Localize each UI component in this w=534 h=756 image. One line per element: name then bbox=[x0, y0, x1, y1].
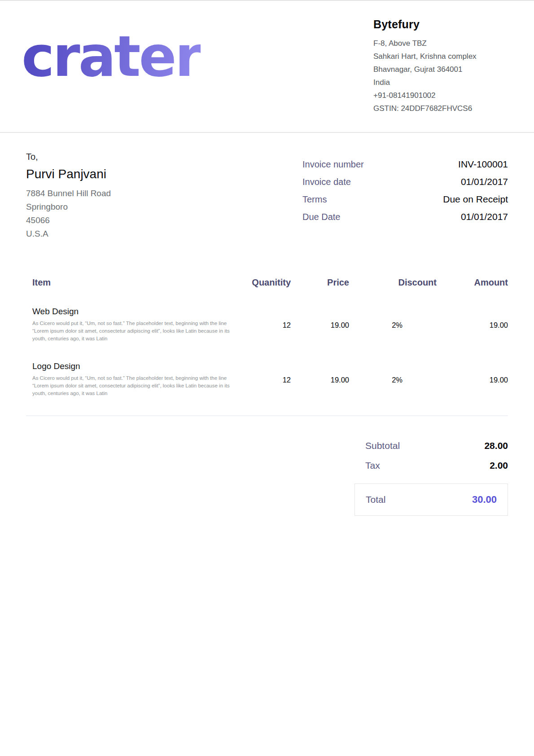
customer-address-line: 7884 Bunnel Hill Road bbox=[26, 187, 111, 200]
item-cell: Logo Design As Cicero would put it, “Um,… bbox=[26, 361, 250, 397]
due-date-value: 01/01/2017 bbox=[461, 211, 508, 222]
company-phone: +91-08141901002 bbox=[373, 89, 508, 102]
customer-address-line: 45066 bbox=[26, 214, 111, 227]
invoice-page: crater Bytefury F-8, Above TBZ Sahkari H… bbox=[0, 0, 534, 756]
table-divider bbox=[26, 415, 508, 416]
billing-section: To, Purvi Panjvani 7884 Bunnel Hill Road… bbox=[0, 133, 534, 241]
item-amount: 19.00 bbox=[437, 307, 508, 343]
meta-row: Due Date 01/01/2017 bbox=[302, 211, 508, 222]
item-quantity: 12 bbox=[250, 307, 291, 343]
customer-address-line: U.S.A bbox=[26, 227, 111, 241]
tax-row: Tax 2.00 bbox=[355, 456, 508, 475]
item-price: 19.00 bbox=[291, 307, 349, 343]
terms-value: Due on Receipt bbox=[443, 194, 508, 205]
company-gstin: GSTIN: 24DDF7682FHVCS6 bbox=[373, 102, 508, 115]
subtotal-label: Subtotal bbox=[365, 440, 400, 451]
column-header-quantity: Quanitity bbox=[250, 277, 291, 288]
subtotal-row: Subtotal 28.00 bbox=[355, 436, 508, 456]
company-address-line: F-8, Above TBZ bbox=[373, 37, 508, 50]
invoice-date-label: Invoice date bbox=[302, 177, 351, 187]
customer-name: Purvi Panjvani bbox=[26, 167, 111, 181]
invoice-number-label: Invoice number bbox=[302, 159, 364, 170]
bill-to-block: To, Purvi Panjvani 7884 Bunnel Hill Road… bbox=[26, 152, 111, 241]
bill-to-label: To, bbox=[26, 152, 111, 162]
invoice-header: crater Bytefury F-8, Above TBZ Sahkari H… bbox=[0, 1, 534, 133]
totals-section: Subtotal 28.00 Tax 2.00 Total 30.00 bbox=[355, 436, 508, 516]
crater-logo: crater bbox=[22, 29, 201, 84]
item-quantity: 12 bbox=[250, 361, 291, 397]
item-amount: 19.00 bbox=[437, 361, 508, 397]
items-table-header: Item Quanitity Price Discount Amount bbox=[26, 277, 508, 288]
company-address-line: Bhavnagar, Gujrat 364001 bbox=[373, 63, 508, 76]
invoice-number-value: INV-100001 bbox=[458, 159, 508, 170]
invoice-meta: Invoice number INV-100001 Invoice date 0… bbox=[302, 159, 508, 241]
table-row: Web Design As Cicero would put it, “Um, … bbox=[26, 307, 508, 343]
meta-row: Terms Due on Receipt bbox=[302, 194, 508, 205]
meta-row: Invoice number INV-100001 bbox=[302, 159, 508, 170]
company-info: Bytefury F-8, Above TBZ Sahkari Hart, Kr… bbox=[373, 18, 508, 115]
item-discount: 2% bbox=[349, 307, 437, 343]
customer-address-line: Springboro bbox=[26, 200, 111, 214]
table-row: Logo Design As Cicero would put it, “Um,… bbox=[26, 361, 508, 397]
column-header-price: Price bbox=[291, 277, 349, 288]
grand-total-label: Total bbox=[366, 494, 385, 505]
column-header-amount: Amount bbox=[437, 277, 508, 288]
company-name: Bytefury bbox=[373, 18, 508, 31]
terms-label: Terms bbox=[302, 194, 327, 205]
item-price: 19.00 bbox=[291, 361, 349, 397]
item-description: As Cicero would put it, “Um, not so fast… bbox=[32, 320, 244, 343]
column-header-item: Item bbox=[26, 277, 250, 288]
grand-total-box: Total 30.00 bbox=[355, 483, 508, 516]
item-cell: Web Design As Cicero would put it, “Um, … bbox=[26, 307, 250, 343]
item-description: As Cicero would put it, “Um, not so fast… bbox=[32, 374, 244, 397]
grand-total-value: 30.00 bbox=[472, 494, 497, 505]
item-name: Web Design bbox=[32, 307, 250, 316]
item-name: Logo Design bbox=[32, 361, 250, 371]
subtotal-value: 28.00 bbox=[484, 440, 508, 451]
meta-row: Invoice date 01/01/2017 bbox=[302, 176, 508, 187]
items-table: Item Quanitity Price Discount Amount Web… bbox=[26, 277, 508, 416]
tax-value: 2.00 bbox=[490, 460, 508, 471]
due-date-label: Due Date bbox=[302, 212, 341, 222]
company-address-line: India bbox=[373, 76, 508, 89]
column-header-discount: Discount bbox=[349, 277, 437, 288]
company-address-line: Sahkari Hart, Krishna complex bbox=[373, 50, 508, 63]
item-discount: 2% bbox=[349, 361, 437, 397]
invoice-date-value: 01/01/2017 bbox=[461, 176, 508, 187]
tax-label: Tax bbox=[365, 460, 380, 471]
